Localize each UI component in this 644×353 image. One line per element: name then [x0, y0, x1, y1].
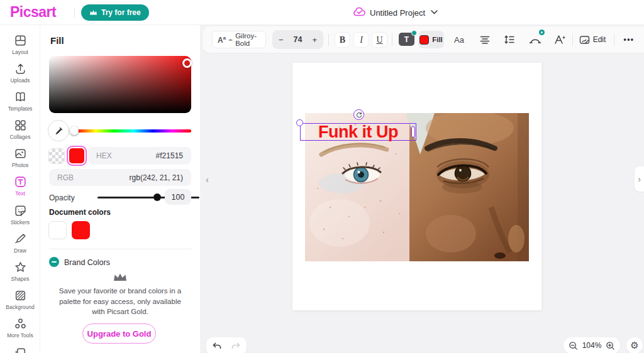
edit-button[interactable]: Edit: [577, 31, 608, 48]
picsart-logo[interactable]: Picsart: [10, 4, 56, 21]
rgb-value[interactable]: rgb(242, 21, 21): [130, 173, 183, 182]
text-color-button[interactable]: T: [399, 33, 414, 46]
text-toolbar: Aa Gilroy-Bold − 74 + B I U T Fill Aa Ed…: [203, 26, 644, 53]
canvas-artboard[interactable]: Funk it Up: [292, 63, 541, 310]
hue-slider[interactable]: [76, 129, 191, 133]
undo-icon[interactable]: [211, 341, 222, 351]
collapse-panel-button[interactable]: ‹: [203, 168, 212, 192]
opacity-value[interactable]: 100: [165, 189, 191, 205]
font-size-value[interactable]: 74: [294, 35, 303, 44]
curve-text-badge: [539, 30, 545, 35]
crown-icon: [89, 9, 97, 16]
edit-image-icon: [579, 35, 590, 45]
align-center-button[interactable]: [477, 31, 493, 48]
redo-icon[interactable]: [231, 341, 242, 351]
font-name: Gilroy-Bold: [235, 32, 260, 47]
sidebar-item-photos[interactable]: Photos: [0, 147, 40, 168]
document-color-white[interactable]: [48, 221, 67, 239]
fill-button-active[interactable]: Fill: [418, 31, 444, 48]
opacity-slider-knob[interactable]: [153, 193, 161, 201]
sidebar-item-text[interactable]: Text: [0, 175, 40, 197]
header-divider: [74, 8, 75, 18]
font-size-stepper: − 74 +: [272, 30, 323, 49]
line-spacing-button[interactable]: [501, 31, 518, 48]
zoom-out-icon[interactable]: [569, 341, 578, 350]
rgb-field[interactable]: RGB rgb(242, 21, 21): [49, 169, 191, 186]
fill-panel: Fill HEX #f21515 RGB rgb(242, 21, 21) Op…: [40, 25, 200, 353]
settings-button[interactable]: ⚙: [626, 337, 643, 353]
resize-handle-right[interactable]: [411, 126, 415, 138]
sidebar-item-draw[interactable]: Draw: [0, 232, 40, 254]
hex-label: HEX: [96, 151, 112, 160]
brand-colors-description: Save your favorite or brand colors in a …: [54, 286, 186, 317]
sidebar-item-collages[interactable]: Collages: [0, 119, 40, 140]
layers-icon: [14, 347, 27, 353]
text-effects-button[interactable]: [552, 31, 568, 48]
text-case-button[interactable]: Aa: [450, 32, 468, 48]
rgb-label: RGB: [57, 173, 74, 182]
try-for-free-button[interactable]: Try for free: [81, 4, 149, 21]
brand-colors-label: Brand Colors: [64, 258, 110, 267]
font-family-selector[interactable]: Aa Gilroy-Bold: [212, 31, 266, 48]
zoom-in-icon[interactable]: [606, 341, 615, 350]
sidebar-item-uploads[interactable]: Uploads: [0, 62, 40, 84]
more-options-button[interactable]: •••: [620, 31, 638, 48]
draw-brush-icon: [14, 232, 27, 246]
curve-text-icon: [528, 33, 542, 46]
sidebar-item-partial[interactable]: [0, 347, 40, 353]
gear-icon: ⚙: [630, 340, 638, 351]
chevron-down-icon[interactable]: [430, 9, 438, 15]
fill-panel-title: Fill: [50, 35, 64, 46]
upgrade-to-gold-button[interactable]: Upgrade to Gold: [82, 323, 156, 344]
rotate-handle[interactable]: [353, 109, 364, 120]
document-color-red[interactable]: [72, 221, 90, 239]
try-for-free-label: Try for free: [101, 8, 141, 17]
premium-font-crown-icon: [228, 37, 233, 42]
font-size-decrease[interactable]: −: [279, 35, 284, 45]
hue-slider-knob[interactable]: [70, 126, 79, 135]
font-size-increase[interactable]: +: [312, 35, 317, 45]
text-color-badge: [411, 30, 417, 36]
collages-icon: [14, 119, 27, 132]
top-bar: Picsart Try for free Untitled Project: [0, 0, 644, 25]
hex-field[interactable]: HEX #f21515: [88, 147, 191, 165]
sidebar-item-background[interactable]: Background: [0, 289, 40, 310]
color-saturation-picker[interactable]: [49, 56, 191, 113]
toolbar-divider: [614, 33, 614, 46]
underline-button[interactable]: U: [372, 32, 387, 48]
background-icon: [14, 289, 27, 302]
resize-handle-top-left[interactable]: [296, 119, 303, 126]
more-tools-icon: [14, 317, 27, 330]
document-colors-label: Document colors: [49, 208, 111, 217]
layout-icon: [14, 34, 27, 47]
text-icon: [14, 175, 27, 188]
eyedropper-button[interactable]: [48, 120, 69, 141]
text-selection-box[interactable]: Funk it Up: [300, 123, 416, 141]
align-center-icon: [479, 33, 491, 46]
current-color-swatch[interactable]: [68, 147, 86, 165]
sidebar-item-stickers[interactable]: Stickers: [0, 204, 40, 225]
gold-crown-icon: [113, 272, 128, 283]
brand-colors-collapse-icon[interactable]: [49, 257, 59, 267]
cloud-sync-icon: [353, 7, 365, 16]
sidebar-item-shapes[interactable]: Shapes: [0, 261, 40, 282]
opacity-label: Opacity: [49, 193, 75, 202]
templates-icon: [14, 90, 27, 104]
photos-icon: [14, 147, 27, 160]
expand-right-panel-button[interactable]: ›: [635, 166, 644, 192]
transparent-swatch[interactable]: [48, 148, 65, 164]
project-title[interactable]: Untitled Project: [370, 8, 425, 18]
curve-text-button[interactable]: [527, 31, 543, 48]
zoom-level[interactable]: 104%: [582, 341, 602, 350]
sidebar-item-more-tools[interactable]: More Tools: [0, 317, 40, 339]
color-picker-cursor[interactable]: [182, 58, 192, 68]
italic-button[interactable]: I: [353, 32, 369, 48]
shapes-star-icon: [14, 261, 27, 274]
sidebar-item-templates[interactable]: Templates: [0, 90, 40, 112]
bold-button[interactable]: B: [335, 32, 350, 48]
sidebar-item-layout[interactable]: Layout: [0, 34, 40, 55]
history-controls: [206, 337, 247, 353]
canvas-text-element[interactable]: Funk it Up: [318, 122, 398, 142]
hex-value[interactable]: #f21515: [156, 151, 183, 160]
panel-divider: [49, 249, 191, 249]
